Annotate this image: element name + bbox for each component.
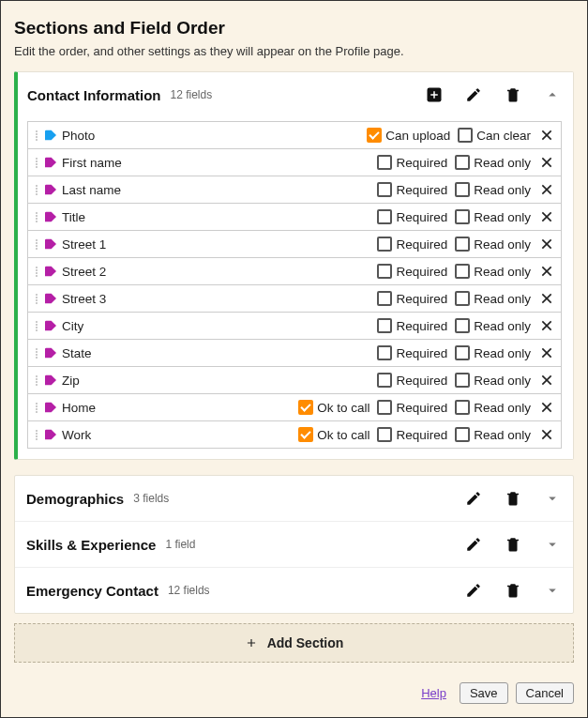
- checkbox-required[interactable]: [377, 318, 392, 333]
- add-icon: [426, 86, 443, 103]
- field-tag-icon: [43, 155, 58, 170]
- cancel-button[interactable]: Cancel: [516, 682, 574, 704]
- drag-handle[interactable]: [32, 130, 41, 141]
- section-title: Demographics: [26, 491, 124, 507]
- section-row-collapsed[interactable]: Skills & Experience1 field: [15, 522, 573, 568]
- checkbox-canupload[interactable]: [367, 128, 382, 143]
- drag-handle[interactable]: [32, 185, 41, 195]
- field-label: City: [62, 319, 83, 333]
- close-icon: [539, 209, 554, 224]
- section-expand-button[interactable]: [543, 535, 562, 554]
- drag-handle[interactable]: [32, 158, 41, 168]
- field-row[interactable]: CityRequiredRead only: [27, 312, 562, 340]
- section-field-count: 1 field: [165, 538, 195, 551]
- page-subtitle: Edit the order, and other settings as th…: [14, 44, 574, 58]
- checkbox-readonly[interactable]: [455, 427, 470, 442]
- section-row-collapsed[interactable]: Emergency Contact12 fields: [15, 568, 573, 613]
- section-delete-button[interactable]: [504, 535, 522, 554]
- section-edit-button[interactable]: [464, 581, 483, 600]
- drag-handle[interactable]: [32, 321, 41, 331]
- checkbox-readonly[interactable]: [455, 155, 470, 170]
- checkbox-readonly[interactable]: [455, 373, 470, 388]
- drag-handle[interactable]: [32, 403, 41, 413]
- section-expand-button[interactable]: [543, 489, 562, 508]
- checkbox-readonly[interactable]: [455, 209, 470, 224]
- delete-icon: [505, 536, 521, 553]
- drag-handle[interactable]: [32, 430, 41, 440]
- remove-field-button[interactable]: [538, 399, 555, 416]
- remove-field-button[interactable]: [538, 344, 555, 361]
- add-section-label: Add Section: [267, 635, 344, 650]
- drag-handle[interactable]: [32, 239, 41, 250]
- remove-field-button[interactable]: [538, 317, 555, 334]
- section-edit-button[interactable]: [464, 535, 483, 554]
- section-header: Contact Information12 fields: [27, 85, 562, 104]
- checkbox-readonly[interactable]: [455, 345, 470, 360]
- checkbox-readonly[interactable]: [455, 318, 470, 333]
- field-row[interactable]: Street 3RequiredRead only: [27, 284, 562, 313]
- opt-label: Can clear: [476, 129, 531, 143]
- field-row[interactable]: HomeOk to callRequiredRead only: [27, 393, 562, 421]
- field-row[interactable]: First nameRequiredRead only: [27, 148, 562, 176]
- checkbox-readonly[interactable]: [455, 237, 470, 252]
- opt-label: Required: [396, 265, 447, 279]
- checkbox-canclear[interactable]: [458, 128, 473, 143]
- section-expand-button[interactable]: [543, 581, 562, 600]
- remove-field-button[interactable]: [538, 127, 555, 144]
- section-edit-button[interactable]: [464, 489, 483, 508]
- remove-field-button[interactable]: [538, 236, 555, 252]
- opt-label: Ok to call: [317, 401, 369, 415]
- remove-field-button[interactable]: [538, 290, 555, 307]
- field-row[interactable]: WorkOk to callRequiredRead only: [27, 420, 562, 449]
- drag-handle[interactable]: [32, 212, 41, 222]
- checkbox-required[interactable]: [377, 209, 392, 224]
- drag-handle[interactable]: [32, 294, 41, 304]
- checkbox-readonly[interactable]: [455, 182, 470, 197]
- section-delete-button[interactable]: [504, 581, 522, 600]
- checkbox-required[interactable]: [377, 345, 392, 360]
- opt-label: Read only: [474, 346, 531, 360]
- checkbox-readonly[interactable]: [455, 400, 470, 415]
- remove-field-button[interactable]: [538, 372, 555, 389]
- delete-icon: [505, 86, 521, 103]
- drag-handle[interactable]: [32, 375, 41, 386]
- checkbox-required[interactable]: [377, 264, 392, 279]
- save-button[interactable]: Save: [460, 682, 508, 704]
- checkbox-required[interactable]: [377, 400, 392, 415]
- field-row[interactable]: TitleRequiredRead only: [27, 203, 562, 231]
- drag-handle[interactable]: [32, 348, 41, 359]
- remove-field-button[interactable]: [538, 181, 555, 198]
- checkbox-required[interactable]: [377, 182, 392, 197]
- opt-label: Read only: [474, 319, 531, 333]
- field-row[interactable]: Street 2RequiredRead only: [27, 257, 562, 285]
- checkbox-required[interactable]: [377, 373, 392, 388]
- checkbox-required[interactable]: [377, 291, 392, 306]
- remove-field-button[interactable]: [538, 154, 555, 171]
- remove-field-button[interactable]: [538, 208, 555, 225]
- checkbox-readonly[interactable]: [455, 291, 470, 306]
- add-section-button[interactable]: Add Section: [14, 623, 574, 663]
- field-row[interactable]: PhotoCan uploadCan clear: [27, 121, 562, 149]
- opt-label: Read only: [474, 401, 531, 415]
- section-row-collapsed[interactable]: Demographics3 fields: [15, 476, 573, 522]
- field-row[interactable]: Last nameRequiredRead only: [27, 176, 562, 204]
- checkbox-required[interactable]: [377, 237, 392, 252]
- help-link[interactable]: Help: [421, 686, 446, 700]
- checkbox-required[interactable]: [377, 427, 392, 442]
- section-edit-button[interactable]: [464, 85, 483, 104]
- section-collapse-button[interactable]: [543, 85, 562, 104]
- checkbox-readonly[interactable]: [455, 264, 470, 279]
- section-delete-button[interactable]: [504, 489, 522, 508]
- close-icon: [539, 291, 554, 306]
- field-row[interactable]: ZipRequiredRead only: [27, 366, 562, 394]
- field-row[interactable]: StateRequiredRead only: [27, 339, 562, 367]
- field-row[interactable]: Street 1RequiredRead only: [27, 230, 562, 258]
- drag-handle[interactable]: [32, 267, 41, 277]
- section-delete-button[interactable]: [504, 85, 522, 104]
- remove-field-button[interactable]: [538, 426, 555, 443]
- checkbox-required[interactable]: [377, 155, 392, 170]
- section-add-button[interactable]: [425, 85, 444, 104]
- checkbox-oktocall[interactable]: [298, 427, 313, 442]
- checkbox-oktocall[interactable]: [298, 400, 313, 415]
- remove-field-button[interactable]: [538, 263, 555, 280]
